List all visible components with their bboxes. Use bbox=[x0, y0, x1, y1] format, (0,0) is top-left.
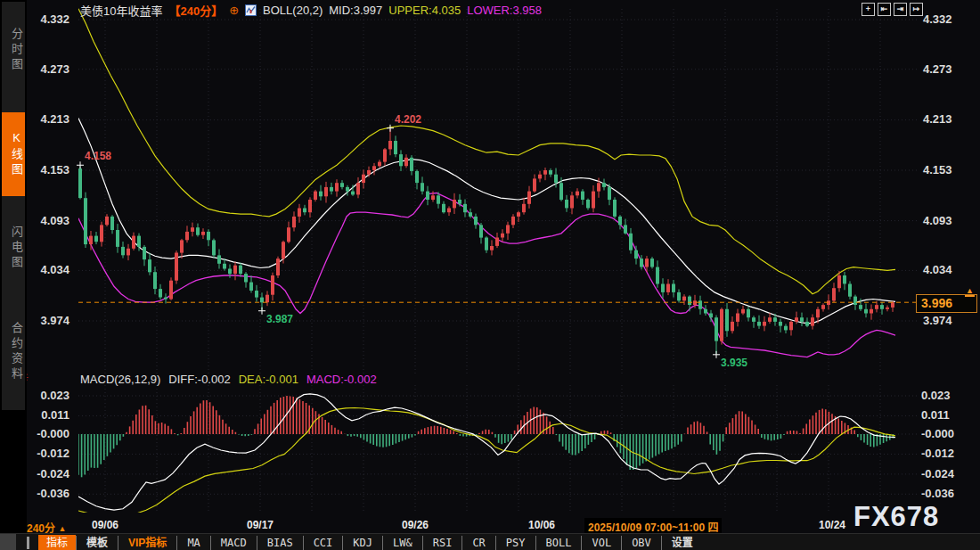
symbol-title: 美债10年收益率 bbox=[80, 2, 162, 19]
indicator-toolbar: 指标模板VIP指标MAMACDBIASCCIKDJLW&RSICRPSYBOLL… bbox=[0, 533, 980, 550]
macd-axis-right: -0.012 bbox=[921, 447, 954, 460]
boll-label: BOLL(20,2) bbox=[263, 4, 323, 17]
jump-end-icon[interactable]: ↦ bbox=[910, 3, 923, 16]
boll-lower: LOWER:3.958 bbox=[467, 4, 542, 17]
current-price-tag: 3.996 bbox=[916, 294, 977, 313]
jump-to-latest-icon[interactable]: ▲ bbox=[965, 287, 975, 297]
x-axis-date: 09/26 bbox=[390, 519, 440, 531]
chart-tools: +⇤⇥↦ bbox=[862, 3, 923, 16]
menu-item-RSI[interactable]: RSI bbox=[422, 536, 462, 550]
menu-item-设置[interactable]: 设置 bbox=[661, 536, 703, 550]
price-axis-left: 4.273 bbox=[23, 63, 69, 76]
toolbar-divider bbox=[27, 537, 29, 549]
price-axis-right: 4.213 bbox=[923, 113, 952, 126]
price-axis-right: 4.273 bbox=[923, 63, 952, 76]
menu-item-MACD[interactable]: MACD bbox=[210, 536, 257, 550]
menu-item-MA[interactable]: MA bbox=[176, 536, 209, 550]
menu-item-指标[interactable]: 指标 bbox=[38, 535, 76, 550]
price-axis-left: 3.974 bbox=[23, 315, 69, 327]
svg-text:3.987: 3.987 bbox=[266, 313, 293, 325]
svg-text:4.158: 4.158 bbox=[85, 150, 111, 162]
toolbar-grip[interactable] bbox=[0, 534, 16, 550]
macd-axis-right: -0.024 bbox=[921, 468, 954, 480]
svg-text:4.202: 4.202 bbox=[395, 113, 421, 126]
crosshair-icon[interactable]: + bbox=[862, 3, 875, 16]
kline-mini-icon bbox=[245, 4, 257, 16]
macd-diff: DIFF:-0.002 bbox=[168, 373, 230, 386]
menu-item-BIAS[interactable]: BIAS bbox=[257, 536, 303, 550]
x-axis-date: 09/17 bbox=[235, 519, 285, 531]
triangle-up-icon: ▲ bbox=[58, 524, 66, 533]
boll-upper: UPPER:4.035 bbox=[388, 4, 461, 17]
chart-header: 美债10年收益率 【240分】 ⊕ BOLL(20,2) MID:3.997 U… bbox=[80, 4, 542, 17]
price-axis-right: 4.034 bbox=[923, 264, 952, 276]
menu-item-BOLL[interactable]: BOLL bbox=[535, 536, 582, 550]
price-axis-left: 4.153 bbox=[23, 164, 69, 176]
chart-canvas[interactable]: 4.1584.2023.9873.935 bbox=[0, 0, 980, 550]
menu-item-KDJ[interactable]: KDJ bbox=[342, 536, 382, 550]
macd-axis-right: -0.036 bbox=[921, 488, 954, 500]
menu-item-CCI[interactable]: CCI bbox=[303, 536, 343, 550]
price-axis-left: 4.093 bbox=[23, 215, 69, 227]
add-indicator-icon[interactable]: ⊕ bbox=[229, 4, 239, 17]
trading-app-window: 4.1584.2023.9873.935 分时图K线图闪电图合约资料 美债10年… bbox=[0, 0, 980, 550]
sidebar-tab-3[interactable]: 闪电图 bbox=[2, 205, 25, 291]
macd-axis-right: 0.011 bbox=[921, 409, 950, 422]
chart-type-sidebar: 分时图K线图闪电图合约资料 bbox=[0, 0, 27, 550]
sidebar-tab-1[interactable]: 分时图 bbox=[2, 7, 25, 93]
menu-item-VOL[interactable]: VOL bbox=[581, 536, 621, 550]
sidebar-tab-2[interactable]: K线图 bbox=[2, 112, 25, 196]
macd-dea: DEA:-0.001 bbox=[239, 373, 298, 386]
menu-item-模板[interactable]: 模板 bbox=[76, 536, 118, 550]
price-axis-left: 4.034 bbox=[23, 264, 69, 276]
macd-header: MACD(26,12,9) DIFF:-0.002 DEA:-0.001 MAC… bbox=[80, 373, 377, 386]
menu-item-PSY[interactable]: PSY bbox=[495, 536, 535, 550]
menu-item-CR[interactable]: CR bbox=[461, 536, 494, 550]
period-badge[interactable]: 【240分】 bbox=[168, 2, 223, 19]
toolbar-menu: 指标模板VIP指标MAMACDBIASCCIKDJLW&RSICRPSYBOLL… bbox=[38, 535, 703, 550]
menu-item-OBV[interactable]: OBV bbox=[621, 536, 661, 550]
shift-right-icon[interactable]: ⇥ bbox=[894, 3, 907, 16]
sidebar-strip: 分时图K线图闪电图合约资料 bbox=[2, 2, 25, 410]
macd-axis-right: -0.000 bbox=[921, 428, 954, 440]
macd-value: MACD:-0.002 bbox=[306, 373, 377, 386]
menu-item-LW&[interactable]: LW& bbox=[382, 536, 422, 550]
price-axis-right: 4.153 bbox=[923, 164, 952, 176]
menu-item-VIP指标[interactable]: VIP指标 bbox=[118, 536, 176, 550]
shift-left-icon[interactable]: ⇤ bbox=[878, 3, 891, 16]
price-axis-left: 4.332 bbox=[23, 13, 69, 26]
price-axis-right: 3.974 bbox=[923, 315, 952, 327]
sidebar-tab-4[interactable]: 合约资料 bbox=[2, 298, 25, 406]
macd-axis-right: 0.023 bbox=[921, 390, 951, 402]
watermark: FX678 bbox=[853, 501, 939, 533]
price-axis-right: 4.332 bbox=[923, 13, 952, 26]
x-axis-date: 09/06 bbox=[80, 519, 130, 531]
x-axis-date: 10/24 bbox=[807, 519, 857, 531]
price-axis-left: 4.213 bbox=[23, 113, 69, 126]
boll-mid: MID:3.997 bbox=[329, 4, 382, 17]
macd-label: MACD(26,12,9) bbox=[80, 373, 160, 386]
price-axis-right: 4.093 bbox=[923, 215, 952, 227]
svg-text:3.935: 3.935 bbox=[721, 357, 747, 369]
x-axis-date: 10/06 bbox=[517, 519, 567, 531]
